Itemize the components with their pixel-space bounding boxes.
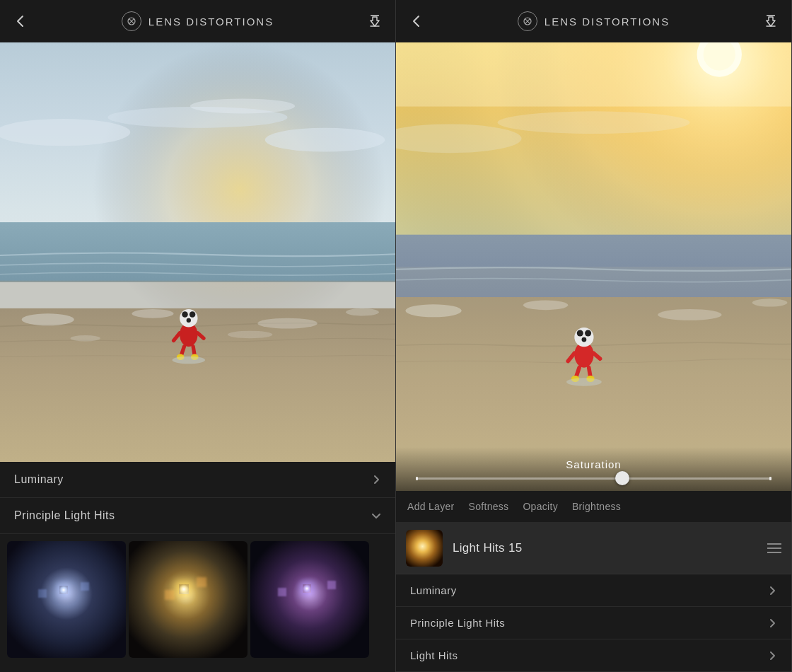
effect-thumb-1[interactable] xyxy=(7,541,126,658)
left-panel: LENS DISTORTIONS xyxy=(0,0,396,672)
left-luminary-label: Luminary xyxy=(14,473,64,486)
right-panel: LENS DISTORTIONS xyxy=(396,0,792,672)
right-lighthits-label: Light Hits xyxy=(410,649,458,661)
left-header: LENS DISTORTIONS xyxy=(0,0,395,42)
left-header-title: LENS DISTORTIONS xyxy=(148,16,274,28)
svg-point-24 xyxy=(187,318,191,323)
left-back-button[interactable] xyxy=(13,13,28,29)
left-effects-grid xyxy=(0,534,395,672)
svg-point-54 xyxy=(582,337,587,342)
svg-point-14 xyxy=(22,313,74,325)
right-header: LENS DISTORTIONS xyxy=(396,0,791,42)
tab-softness[interactable]: Softness xyxy=(469,501,509,512)
layer-thumbnail xyxy=(406,530,443,567)
slider-label: Saturation xyxy=(410,458,777,470)
left-luminary-chevron xyxy=(371,475,381,485)
tab-brightness[interactable]: Brightness xyxy=(572,501,621,512)
right-header-center: LENS DISTORTIONS xyxy=(518,11,670,31)
svg-point-7 xyxy=(0,119,130,146)
hamburger-line-3 xyxy=(767,552,781,553)
right-luminary-label: Luminary xyxy=(410,584,457,596)
svg-point-61 xyxy=(566,378,602,386)
right-lighthits-row[interactable]: Light Hits xyxy=(396,639,791,672)
left-download-button[interactable] xyxy=(367,13,383,29)
hamburger-line-2 xyxy=(767,548,781,549)
left-principle-chevron xyxy=(371,511,381,521)
left-principle-row[interactable]: Principle Light Hits xyxy=(0,498,395,534)
right-bottom-area: Add Layer Softness Opacity Brightness Li… xyxy=(396,491,791,672)
svg-point-23 xyxy=(190,311,195,317)
svg-marker-4 xyxy=(371,17,379,26)
svg-point-15 xyxy=(132,309,173,318)
tab-add-layer[interactable]: Add Layer xyxy=(407,501,455,512)
left-principle-label: Principle Light Hits xyxy=(14,509,115,522)
effect-thumb-2[interactable] xyxy=(129,541,248,658)
left-beach-background xyxy=(0,42,395,462)
right-luminary-row[interactable]: Luminary xyxy=(396,574,791,607)
right-beach-background xyxy=(396,42,791,491)
svg-point-31 xyxy=(172,357,205,364)
right-header-title: LENS DISTORTIONS xyxy=(544,16,670,28)
svg-point-16 xyxy=(257,318,318,329)
right-principle-chevron xyxy=(767,618,777,628)
right-principle-label: Principle Light Hits xyxy=(410,617,505,629)
svg-rect-12 xyxy=(0,281,395,311)
left-photo xyxy=(0,42,395,462)
slider-track[interactable] xyxy=(416,477,771,480)
left-header-center: LENS DISTORTIONS xyxy=(122,11,274,31)
right-principle-row[interactable]: Principle Light Hits xyxy=(396,607,791,639)
hamburger-line-1 xyxy=(767,543,781,545)
svg-point-42 xyxy=(498,111,690,134)
tab-opacity[interactable]: Opacity xyxy=(523,501,558,512)
svg-point-52 xyxy=(577,330,583,336)
layer-name: Light Hits 15 xyxy=(453,541,757,555)
svg-point-10 xyxy=(190,98,295,113)
hamburger-menu-icon[interactable] xyxy=(767,543,781,553)
right-download-button[interactable] xyxy=(763,13,779,29)
left-luminary-row[interactable]: Luminary xyxy=(0,462,395,498)
saturation-slider-container[interactable]: Saturation xyxy=(396,447,791,491)
right-logo-icon xyxy=(518,11,537,31)
slider-thumb[interactable] xyxy=(615,471,629,485)
right-back-button[interactable] xyxy=(409,13,424,29)
svg-point-17 xyxy=(346,308,379,316)
svg-point-18 xyxy=(70,335,100,341)
right-tabs-row: Add Layer Softness Opacity Brightness xyxy=(396,491,791,523)
svg-rect-35 xyxy=(767,15,775,16)
right-photo: Saturation xyxy=(396,42,791,491)
svg-point-22 xyxy=(182,311,187,317)
svg-rect-3 xyxy=(371,15,379,16)
right-lighthits-chevron xyxy=(767,651,777,661)
left-logo-icon xyxy=(122,11,141,31)
svg-marker-36 xyxy=(767,17,775,26)
left-bottom-area: Luminary Principle Light Hits xyxy=(0,462,395,672)
svg-point-9 xyxy=(265,128,385,152)
active-layer-row[interactable]: Light Hits 15 xyxy=(396,523,791,574)
effect-thumb-3[interactable] xyxy=(250,541,369,658)
right-luminary-chevron xyxy=(767,586,777,596)
svg-point-19 xyxy=(228,331,273,339)
svg-point-53 xyxy=(585,330,591,336)
